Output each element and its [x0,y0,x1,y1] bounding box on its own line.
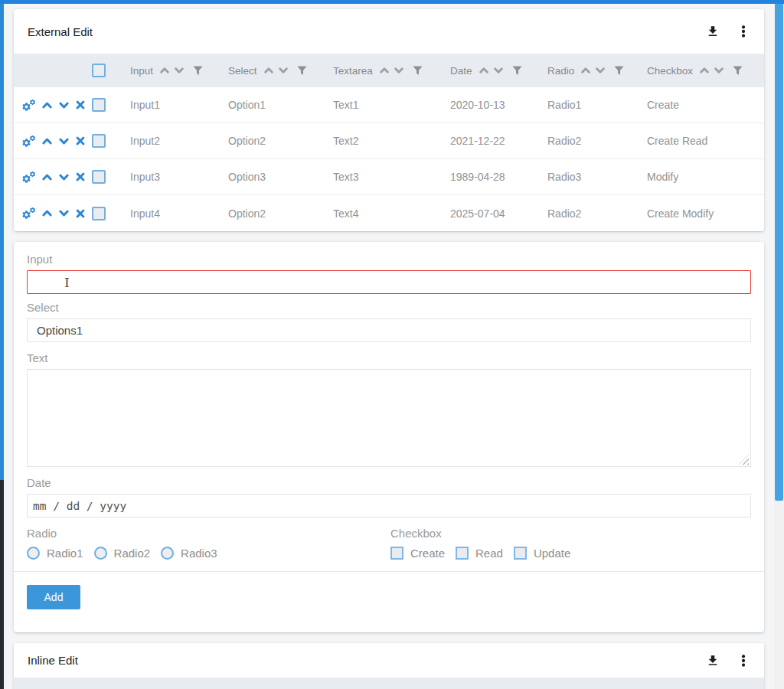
table-header-row: Input Select Textarea Date [14,54,764,87]
sort-ascending-icon[interactable] [159,65,170,76]
select-all-checkbox[interactable] [92,64,106,77]
move-up-icon[interactable] [41,136,53,147]
column-label: Textarea [333,65,373,77]
column-header-checkbox: Checkbox [647,65,764,77]
settings-icon[interactable] [21,207,36,220]
checkbox-option-read[interactable]: Read [456,547,503,560]
checkbox-icon[interactable] [390,547,403,560]
inline-edit-header: Inline Edit [14,643,764,678]
scrollbar-track[interactable] [774,0,784,689]
textarea-field[interactable] [27,369,751,467]
resize-handle-icon[interactable] [739,455,749,465]
date-field[interactable]: mm / dd / yyyy [27,494,751,518]
column-header-radio: Radio [547,65,647,77]
move-down-icon[interactable] [58,136,70,147]
checkbox-group: Checkbox Create Read Update [390,527,751,560]
radio-icon[interactable] [94,547,107,560]
settings-icon[interactable] [21,135,36,148]
column-header-input: Input [130,65,228,77]
sort-ascending-icon[interactable] [580,65,591,76]
download-icon[interactable] [706,654,720,668]
table-row: Input1 Option1 Text1 2020-10-13 Radio1 C… [14,87,764,123]
select-field[interactable]: Options1 [27,318,751,342]
select-label: Select [27,301,751,314]
column-label: Select [228,65,257,77]
sort-ascending-icon[interactable] [379,65,390,76]
sort-descending-icon[interactable] [278,65,289,76]
cell-checkbox: Create Read [647,135,764,147]
filter-icon[interactable] [193,66,203,76]
cell-checkbox: Create [647,99,764,111]
cell-input: Input4 [130,207,228,220]
row-checkbox[interactable] [92,207,106,220]
delete-icon[interactable] [75,136,86,146]
delete-icon[interactable] [75,100,86,110]
cell-radio: Radio3 [547,171,647,183]
input-field[interactable]: I [27,270,751,294]
move-down-icon[interactable] [58,100,70,111]
cell-date: 2020-10-13 [450,99,547,111]
sort-ascending-icon[interactable] [479,65,489,76]
cell-textarea: Text4 [333,207,450,220]
column-label: Input [130,65,153,77]
ibeam-cursor: I [64,275,70,290]
move-up-icon[interactable] [41,100,53,111]
sort-ascending-icon[interactable] [699,65,710,76]
move-up-icon[interactable] [41,171,53,183]
sort-descending-icon[interactable] [493,65,504,76]
download-icon[interactable] [706,24,720,38]
column-header-textarea: Textarea [333,65,450,77]
cell-textarea: Text2 [333,135,450,147]
filter-icon[interactable] [733,66,743,76]
delete-icon[interactable] [75,171,86,182]
filter-icon[interactable] [512,66,522,76]
radio-option-radio1[interactable]: Radio1 [27,547,83,560]
more-options-icon[interactable] [737,654,750,668]
card-title: External Edit [28,25,93,38]
cell-checkbox: Modify [647,171,764,183]
sort-ascending-icon[interactable] [263,65,274,76]
cell-date: 1989-04-28 [450,171,547,183]
column-header-date: Date [450,65,547,77]
table-row: Input4 Option2 Text4 2025-07-04 Radio2 C… [14,195,764,231]
row-checkbox[interactable] [92,98,106,112]
table-header-row [14,678,764,689]
add-button[interactable]: Add [27,585,80,609]
external-edit-card: External Edit Input Select Tex [14,9,764,231]
checkbox-option-label: Create [410,547,445,560]
more-options-icon[interactable] [737,24,750,38]
column-label: Radio [547,65,574,77]
move-up-icon[interactable] [41,207,53,219]
scrollbar-thumb[interactable] [775,3,783,501]
settings-icon[interactable] [21,99,36,112]
filter-icon[interactable] [413,66,423,76]
checkbox-group-label: Checkbox [390,527,751,540]
move-down-icon[interactable] [58,171,70,183]
checkbox-icon[interactable] [514,547,527,560]
sort-descending-icon[interactable] [394,65,404,76]
delete-icon[interactable] [75,208,86,219]
radio-icon[interactable] [27,547,40,560]
checkbox-option-label: Read [475,547,503,560]
radio-option-radio3[interactable]: Radio3 [161,547,217,560]
filter-icon[interactable] [297,66,307,76]
checkbox-icon[interactable] [456,547,469,560]
radio-icon[interactable] [161,547,174,560]
row-checkbox[interactable] [92,134,106,148]
radio-group: Radio Radio1 Radio2 Radio3 [27,527,390,560]
move-down-icon[interactable] [58,207,70,219]
sort-descending-icon[interactable] [714,65,724,76]
radio-option-radio2[interactable]: Radio2 [94,547,151,560]
sort-descending-icon[interactable] [595,65,606,76]
row-checkbox[interactable] [92,170,106,184]
column-header-select: Select [228,65,333,77]
checkbox-option-create[interactable]: Create [390,547,445,560]
add-form-card: Input I Select Options1 Text Date mm / d… [14,242,764,632]
left-accent-bar-blue [0,0,4,480]
settings-icon[interactable] [21,171,36,184]
cell-input: Input3 [130,171,228,183]
sort-descending-icon[interactable] [174,65,185,76]
filter-icon[interactable] [614,66,624,76]
checkbox-option-update[interactable]: Update [514,547,570,560]
top-accent-bar [0,0,784,4]
